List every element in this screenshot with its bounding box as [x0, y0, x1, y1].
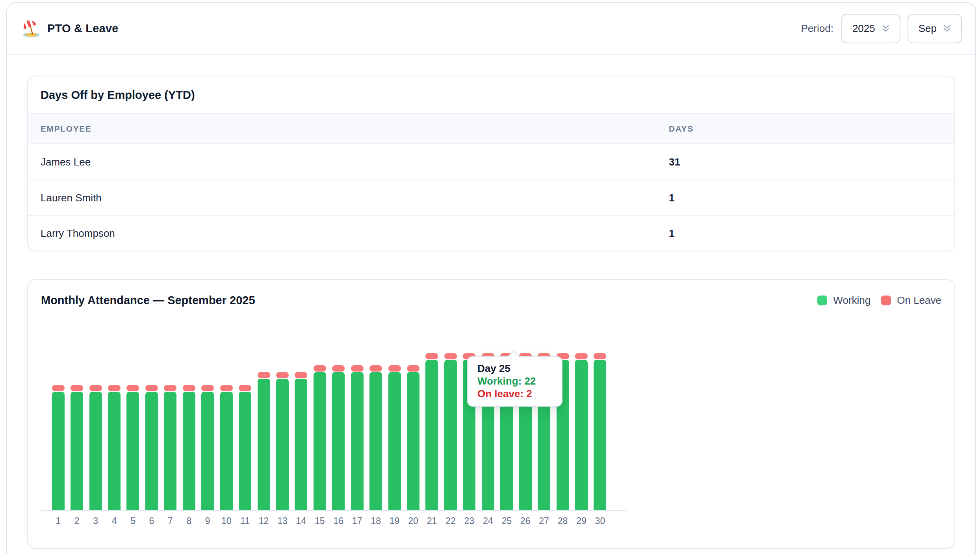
attendance-bar-day-5[interactable]: [124, 353, 142, 510]
x-axis-label: 4: [105, 511, 123, 526]
attendance-bar-day-11[interactable]: [236, 353, 254, 510]
x-axis-label: 12: [254, 511, 273, 526]
page-content: Days Off by Employee (YTD) EMPLOYEE DAYS…: [7, 55, 975, 549]
x-axis-label: 11: [236, 511, 254, 526]
x-axis-label: 28: [553, 511, 572, 526]
attendance-bar-day-1[interactable]: [49, 353, 67, 510]
x-axis-label: 23: [460, 511, 479, 526]
tooltip-working-value: Working: 22: [477, 375, 552, 387]
attendance-bar-day-2[interactable]: [67, 353, 86, 510]
period-controls: Period: 2025 Sep: [801, 14, 962, 43]
on-leave-segment: [145, 385, 158, 391]
attendance-bar-day-8[interactable]: [180, 353, 198, 510]
month-select[interactable]: Sep: [908, 14, 962, 43]
attendance-bar-day-7[interactable]: [161, 353, 180, 510]
on-leave-segment: [89, 385, 102, 391]
table-row: James Lee31: [28, 144, 954, 180]
working-segment: [108, 392, 121, 510]
on-leave-segment: [295, 372, 307, 378]
attendance-card: Monthly Attendance — September 2025 Work…: [27, 279, 955, 549]
table-row: Lauren Smith1: [28, 180, 954, 215]
on-leave-segment: [388, 365, 401, 372]
attendance-bar-day-18[interactable]: [366, 353, 385, 510]
on-leave-segment: [239, 385, 251, 391]
working-segment: [332, 372, 345, 510]
x-axis-label: 22: [441, 511, 460, 526]
x-axis-label: 18: [366, 511, 385, 526]
on-leave-segment: [276, 372, 289, 378]
on-leave-segment: [201, 385, 214, 391]
attendance-bar-day-15[interactable]: [310, 353, 329, 510]
working-swatch-icon: [817, 296, 827, 305]
on-leave-segment: [220, 385, 233, 391]
x-axis-label: 21: [423, 511, 441, 526]
days-value: 31: [669, 156, 942, 168]
x-axis-label: 25: [497, 511, 516, 526]
column-header-employee: EMPLOYEE: [41, 124, 669, 134]
working-segment: [369, 372, 382, 510]
legend-item-on-leave: On Leave: [881, 294, 941, 307]
legend-label: Working: [833, 294, 870, 307]
attendance-bar-day-21[interactable]: [423, 353, 441, 510]
days-table-body: James Lee31Lauren Smith1Larry Thompson1: [28, 144, 954, 251]
working-segment: [295, 379, 307, 510]
attendance-bar-day-4[interactable]: [105, 353, 123, 510]
working-segment: [575, 360, 588, 510]
app-header: PTO & Leave Period: 2025 Sep: [7, 3, 975, 55]
attendance-bar-day-17[interactable]: [348, 353, 366, 510]
days-off-card-title: Days Off by Employee (YTD): [41, 89, 942, 102]
x-axis-label: 27: [535, 511, 553, 526]
attendance-bar-day-22[interactable]: [441, 353, 460, 510]
x-axis-label: 19: [385, 511, 404, 526]
working-segment: [258, 379, 270, 510]
attendance-bar-day-29[interactable]: [572, 353, 590, 510]
x-axis-label: 14: [292, 511, 310, 526]
year-select-value: 2025: [852, 22, 875, 35]
on-leave-swatch-icon: [881, 296, 891, 305]
on-leave-segment: [71, 385, 83, 391]
attendance-bar-day-6[interactable]: [142, 353, 161, 510]
working-segment: [444, 360, 457, 510]
days-off-card: Days Off by Employee (YTD) EMPLOYEE DAYS…: [27, 76, 955, 251]
attendance-bar-day-9[interactable]: [199, 353, 217, 510]
working-segment: [276, 379, 289, 510]
attendance-card-header: Monthly Attendance — September 2025 Work…: [28, 280, 954, 307]
attendance-bar-day-14[interactable]: [292, 353, 310, 510]
x-axis-label: 2: [67, 511, 86, 526]
attendance-bar-day-12[interactable]: [254, 353, 273, 510]
column-header-days: DAYS: [669, 124, 942, 134]
on-leave-segment: [258, 372, 270, 378]
on-leave-segment: [126, 385, 139, 391]
x-axis-label: 13: [273, 511, 291, 526]
working-segment: [52, 392, 65, 510]
year-select[interactable]: 2025: [841, 14, 900, 43]
on-leave-segment: [52, 385, 65, 391]
x-axis-label: 1: [49, 511, 67, 526]
on-leave-segment: [108, 385, 121, 391]
on-leave-segment: [444, 353, 457, 359]
table-header-row: EMPLOYEE DAYS: [28, 113, 954, 144]
working-segment: [145, 392, 158, 510]
on-leave-segment: [407, 365, 419, 372]
attendance-bar-day-20[interactable]: [404, 353, 422, 510]
attendance-bar-day-3[interactable]: [86, 353, 105, 510]
attendance-bar-day-10[interactable]: [217, 353, 236, 510]
on-leave-segment: [332, 365, 345, 372]
x-axis-label: 26: [516, 511, 535, 526]
x-axis-label: 7: [161, 511, 180, 526]
x-axis-label: 20: [404, 511, 422, 526]
month-select-value: Sep: [919, 22, 937, 35]
attendance-bar-day-19[interactable]: [385, 353, 404, 510]
working-segment: [126, 392, 139, 510]
working-segment: [183, 392, 195, 510]
x-axis-label: 15: [310, 511, 329, 526]
page-title: PTO & Leave: [47, 22, 119, 35]
attendance-bar-day-13[interactable]: [273, 353, 291, 510]
attendance-bar-day-30[interactable]: [591, 353, 609, 510]
x-axis-label: 17: [348, 511, 366, 526]
on-leave-segment: [314, 365, 326, 372]
days-value: 1: [669, 192, 942, 204]
working-segment: [164, 392, 176, 510]
attendance-bar-day-16[interactable]: [329, 353, 348, 510]
x-axis-labels: 1234567891011121314151617181920212223242…: [41, 511, 627, 526]
